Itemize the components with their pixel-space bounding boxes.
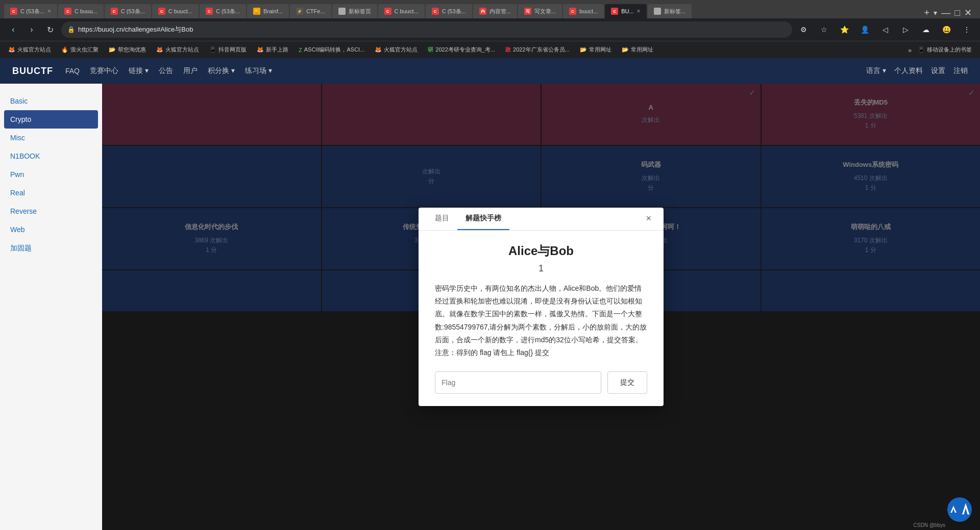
sidebar-item-reverse[interactable]: Reverse — [0, 202, 102, 220]
profile-button[interactable]: 👤 — [857, 22, 872, 37]
site-nav-right: 语言 ▾ 个人资料 设置 注销 — [866, 66, 968, 75]
main-layout: Basic Crypto Misc N1BOOK Pwn Real Revers… — [0, 84, 980, 530]
tab-11[interactable]: 内 内容管... — [473, 4, 517, 18]
nav-language[interactable]: 语言 ▾ — [866, 66, 886, 75]
tab-10-favicon: C — [432, 8, 439, 15]
tab-2[interactable]: C C buuu... — [58, 4, 104, 18]
sidebar: Basic Crypto Misc N1BOOK Pwn Real Revers… — [0, 84, 102, 530]
bookmarks-more[interactable]: » — [908, 45, 912, 55]
nav-logout[interactable]: 注销 — [953, 66, 968, 75]
tab-15[interactable]: 新标签... — [648, 4, 692, 18]
nav-profile[interactable]: 个人资料 — [894, 66, 923, 75]
bookmark-12[interactable]: 📂 常用网址 — [618, 44, 657, 56]
maximize-button[interactable]: □ — [954, 8, 960, 18]
tab-14[interactable]: C BU... × — [605, 4, 646, 18]
nav-practice[interactable]: 练习场 ▾ — [245, 66, 272, 75]
sidebar-item-web[interactable]: Web — [0, 220, 102, 239]
sidebar-item-n1book[interactable]: N1BOOK — [0, 147, 102, 165]
tab-dropdown-button[interactable]: ▾ — [934, 9, 937, 17]
tab-4-favicon: C — [158, 8, 165, 15]
tab-3[interactable]: C C (53条... — [105, 4, 151, 18]
site-header: BUUCTF FAQ 竞赛中心 链接 ▾ 公告 用户 积分换 ▾ 练习场 ▾ 语… — [0, 58, 980, 84]
history-back-button[interactable]: ◁ — [878, 22, 892, 37]
tab-6[interactable]: 🏆 Brainf... — [247, 4, 289, 18]
modal-title: Alice与Bob — [435, 243, 647, 259]
nav-exchange[interactable]: 积分换 ▾ — [208, 66, 235, 75]
tab-1-favicon: C — [10, 8, 17, 15]
close-window-button[interactable]: ✕ — [964, 7, 972, 18]
refresh-button[interactable]: ↻ — [43, 22, 57, 37]
tab-8[interactable]: 新标签页 — [332, 4, 377, 18]
bookmark-4[interactable]: 🦊 火狐官方站点 — [152, 44, 203, 56]
mobile-bookmarks[interactable]: 📱 移动设备上的书签 — [914, 44, 976, 56]
address-bar[interactable]: 🔒 https://buuoj.cn/challenges#Alice与Bob — [61, 21, 792, 38]
bookmark-5-label: 抖音网页版 — [218, 46, 247, 54]
bookmark-6[interactable]: 🦊 新手上路 — [253, 44, 292, 56]
tab-7-label: CTFe... — [306, 8, 325, 14]
bookmark-button[interactable]: ☆ — [817, 22, 831, 37]
tab-5[interactable]: C C (53条... — [200, 4, 246, 18]
new-tab-button[interactable]: + — [924, 8, 930, 18]
forward-button[interactable]: › — [24, 22, 39, 37]
bookmark-8-icon: 🦊 — [375, 46, 382, 53]
bookmark-7-label: ASCII编码转换，ASCI... — [304, 46, 365, 54]
sidebar-item-crypto[interactable]: Crypto — [4, 110, 98, 129]
modal-close-button[interactable]: × — [642, 211, 655, 226]
nav-announce[interactable]: 公告 — [159, 66, 173, 75]
tab-10-label: C (53条... — [442, 8, 466, 15]
nav-faq[interactable]: FAQ — [65, 67, 80, 75]
avatar-button[interactable]: 😀 — [939, 22, 953, 37]
sync-button[interactable]: ☁ — [919, 22, 933, 37]
bookmark-8[interactable]: 🦊 火狐官方站点 — [371, 44, 422, 56]
submit-button[interactable]: 提交 — [607, 371, 647, 394]
bookmark-3[interactable]: 📂 帮您淘优惠 — [105, 44, 150, 56]
tab-9-favicon: C — [384, 8, 391, 15]
bookmark-1[interactable]: 🦊 火狐官方站点 — [4, 44, 55, 56]
star-button[interactable]: ⭐ — [837, 22, 851, 37]
bookmark-2-icon: 🔥 — [61, 46, 68, 53]
nav-links[interactable]: 链接 ▾ — [129, 66, 149, 75]
sidebar-item-real[interactable]: Real — [0, 184, 102, 202]
flag-input[interactable] — [435, 371, 601, 394]
extensions-button[interactable]: ⚙ — [796, 22, 811, 37]
modal-tab-leaderboard[interactable]: 解题快手榜 — [457, 208, 509, 230]
nav-user[interactable]: 用户 — [183, 66, 198, 75]
tab-3-favicon: C — [111, 8, 118, 15]
bookmarks-bar: 🦊 火狐官方站点 🔥 萤火虫汇聚 📂 帮您淘优惠 🦊 火狐官方站点 📱 抖音网页… — [0, 41, 980, 58]
tab-5-favicon: C — [206, 8, 213, 15]
sidebar-item-misc[interactable]: Misc — [0, 129, 102, 147]
sidebar-item-fixed[interactable]: 加固题 — [0, 239, 102, 258]
tab-13-label: buuct... — [579, 8, 598, 14]
tab-1[interactable]: C C (53条... × — [4, 4, 57, 18]
sidebar-item-pwn[interactable]: Pwn — [0, 165, 102, 184]
sidebar-item-basic[interactable]: Basic — [0, 92, 102, 110]
nav-settings[interactable]: 设置 — [931, 66, 945, 75]
bookmark-5[interactable]: 📱 抖音网页版 — [205, 44, 251, 56]
tab-1-close[interactable]: × — [47, 8, 51, 15]
history-forward-button[interactable]: ▷ — [898, 22, 913, 37]
tab-10[interactable]: C C (53条... — [426, 4, 472, 18]
csdn-badge[interactable] — [947, 497, 972, 522]
tab-4[interactable]: C C buuct... — [152, 4, 199, 18]
bookmark-9[interactable]: 研 2022考研专业查询_考... — [424, 44, 499, 56]
bookmark-2[interactable]: 🔥 萤火虫汇聚 — [57, 44, 103, 56]
tab-12[interactable]: 写 写文章... — [518, 4, 562, 18]
bookmark-10[interactable]: 政 2022年广东省公务员... — [501, 44, 574, 56]
tab-7[interactable]: ⚡ CTFe... — [290, 4, 331, 18]
modal-input-row: 提交 — [435, 371, 647, 394]
modal-tab-problem[interactable]: 题目 — [427, 208, 457, 230]
tab-9[interactable]: C C buuct... — [378, 4, 425, 18]
tab-3-label: C (53条... — [121, 8, 145, 15]
bookmark-1-icon: 🦊 — [8, 46, 15, 53]
bookmark-7[interactable]: Z ASCII编码转换，ASCI... — [295, 44, 369, 56]
menu-button[interactable]: ⋮ — [960, 22, 974, 37]
tab-13[interactable]: C buuct... — [563, 4, 604, 18]
back-button[interactable]: ‹ — [6, 22, 20, 37]
minimize-button[interactable]: — — [941, 8, 950, 18]
tab-14-close[interactable]: × — [637, 8, 641, 15]
tab-15-label: 新标签... — [664, 8, 685, 15]
bookmark-11[interactable]: 📂 常用网址 — [576, 44, 616, 56]
tab-1-label: C (53条... — [20, 8, 44, 15]
nav-contest[interactable]: 竞赛中心 — [90, 66, 118, 75]
modal-score: 1 — [435, 263, 647, 274]
